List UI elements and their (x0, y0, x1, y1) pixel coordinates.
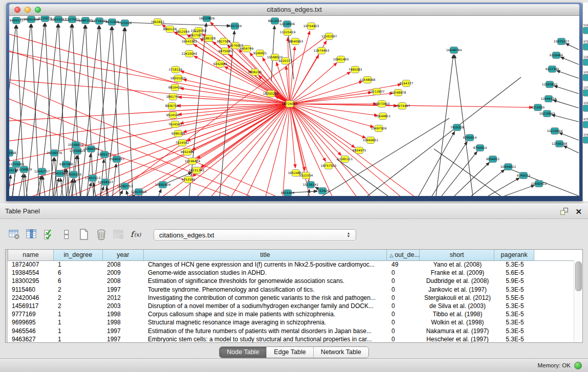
graph-node[interactable]: 8186328 (202, 35, 216, 42)
graph-node[interactable]: 8759914 (473, 145, 487, 151)
tab-edge-table[interactable]: Edge Table (267, 347, 313, 358)
graph-node[interactable]: 8860128 (163, 26, 177, 33)
table-row[interactable]: 977716911998Corpus callosum shape and si… (8, 310, 574, 318)
delete-table-button[interactable] (111, 227, 127, 243)
graph-node[interactable]: 22420046 (182, 51, 198, 57)
graph-node[interactable]: 6795914 (463, 135, 477, 141)
graph-node[interactable]: 8215955 (531, 104, 545, 111)
graph-node[interactable]: 10692412 (531, 181, 547, 187)
table-row[interactable]: 1456911722003Disruption of a novel membe… (8, 302, 574, 310)
graph-node[interactable]: 15091057 (109, 156, 125, 163)
table-row[interactable]: 1830029562008Estimation of significance … (8, 277, 574, 285)
deselect-all-button[interactable] (58, 227, 75, 243)
graph-node[interactable]: 7515526 (118, 20, 132, 27)
graph-node[interactable]: 10958107 (98, 179, 114, 186)
graph-node[interactable]: 18640993 (288, 38, 303, 45)
graph-node[interactable]: 1527602 (66, 16, 79, 23)
table-selector-dropdown[interactable]: citations_edges.txt ▲▼ (154, 229, 356, 241)
column-header-name[interactable]: name (8, 250, 54, 260)
graph-node[interactable]: 12923448 (131, 189, 147, 195)
graph-node[interactable]: 16033809 (199, 16, 215, 22)
graph-node[interactable]: 8554975 (353, 147, 366, 154)
graph-node[interactable]: 8454749 (240, 46, 254, 52)
table-mode-button[interactable] (6, 227, 23, 243)
graph-node[interactable]: 2861741 (166, 94, 180, 100)
graph-node[interactable]: 18301025 (170, 75, 186, 82)
graph-node[interactable]: 8936758 (165, 103, 179, 110)
graph-node[interactable]: 9227349 (546, 66, 559, 73)
float-panel-icon[interactable] (560, 208, 568, 215)
graph-node[interactable]: 2522554 (299, 172, 313, 179)
graph-node[interactable]: 9110674 (38, 16, 52, 22)
graph-node[interactable]: 18757510 (321, 163, 337, 169)
graph-node[interactable]: 2718126 (169, 67, 183, 73)
column-header-year[interactable]: year (103, 250, 144, 260)
graph-node[interactable]: 4671958 (105, 19, 119, 26)
graph-node[interactable]: 10196424 (185, 158, 201, 165)
graph-node[interactable]: 20691406 (24, 16, 39, 23)
graph-node[interactable]: 7524542 (176, 140, 189, 146)
scrollbar-thumb[interactable] (575, 261, 582, 291)
table-row[interactable]: 1872400712008Changes of HCN gene express… (8, 260, 574, 269)
show-columns-button[interactable] (24, 227, 40, 243)
graph-node[interactable]: 10973493 (374, 101, 390, 107)
graph-node[interactable]: 10961493 (333, 56, 349, 63)
graph-node[interactable]: 9146821 (253, 50, 267, 57)
graph-node[interactable]: 12942757 (34, 168, 50, 175)
graph-node[interactable]: 12093832 (542, 81, 558, 88)
tab-network-table[interactable]: Network Table (314, 347, 368, 358)
graph-node[interactable]: 12218506 (279, 21, 295, 28)
graph-node[interactable]: 15136141 (303, 182, 319, 188)
graph-node[interactable]: 12213937 (369, 89, 385, 95)
graph-node[interactable]: 9245012 (517, 172, 531, 179)
table-row[interactable]: 2242004622012Investigating the contribut… (8, 294, 574, 302)
graph-node[interactable]: 25166050 (68, 142, 84, 148)
graph-node[interactable]: 9753586 (182, 177, 195, 183)
graph-node[interactable]: 10653287 (51, 16, 67, 23)
network-window-titlebar[interactable]: citations_edges.txt (9, 4, 579, 16)
graph-node[interactable]: 11325419 (280, 29, 296, 36)
graph-node[interactable]: 9397588 (59, 161, 73, 168)
graph-node[interactable]: 9919138 (9, 167, 18, 174)
graph-node[interactable]: 10692404 (155, 182, 171, 188)
delete-column-button[interactable] (93, 227, 110, 243)
graph-node[interactable]: 7624543 (168, 121, 182, 128)
column-header-pagerank[interactable]: pagerank (494, 250, 534, 260)
graph-node[interactable]: 7463822 (151, 19, 165, 26)
new-column-button[interactable] (76, 227, 92, 243)
function-builder-button[interactable]: f(x) (128, 227, 144, 243)
graph-node[interactable]: 7919328 (450, 124, 464, 131)
graph-node[interactable]: 16648784 (446, 47, 462, 54)
network-graph[interactable]: 1872400788601288912954232260589827503818… (9, 16, 579, 196)
column-header-short[interactable]: short (420, 250, 494, 260)
graph-node[interactable]: 12974493 (314, 48, 330, 54)
graph-node[interactable]: 8164377 (400, 80, 413, 87)
graph-node[interactable]: 9054022 (486, 156, 500, 163)
graph-node[interactable]: 9524542 (166, 112, 180, 119)
column-header-in_degree[interactable]: in_degree (54, 250, 103, 260)
tab-node-table[interactable]: Node Table (220, 347, 267, 358)
graph-node[interactable]: 11644811 (375, 113, 391, 120)
graph-node[interactable]: 10974497 (395, 103, 410, 110)
graph-node[interactable]: 9329966 (550, 52, 563, 59)
table-row[interactable]: 969969511998Structural magnetic resonanc… (8, 318, 574, 326)
graph-node[interactable]: 9242843 (213, 61, 227, 68)
graph-node[interactable]: 9913958 (9, 150, 16, 157)
graph-node[interactable]: 15497509 (371, 125, 387, 132)
select-all-button[interactable] (41, 227, 57, 243)
graph-node[interactable]: 16210643 (539, 111, 555, 117)
memory-status-indicator[interactable] (574, 362, 582, 369)
graph-node[interactable]: 10754903 (303, 23, 319, 30)
graph-node[interactable]: 11048978 (390, 90, 406, 96)
close-panel-icon[interactable]: ✕ (575, 208, 582, 215)
network-canvas[interactable]: 1872400788601288912954232260589827503818… (9, 16, 579, 196)
background-network-window[interactable]: 5191018972714114351810328141270518102105… (582, 3, 588, 201)
graph-node[interactable]: 7357224 (228, 23, 242, 30)
table-row[interactable]: 946554611997Estimation of the future num… (8, 327, 574, 335)
table-row[interactable]: 946362711997Embryonic stem cells: a mode… (8, 335, 574, 342)
column-header-filler[interactable] (534, 250, 574, 260)
graph-node[interactable]: 9286184 (171, 130, 185, 137)
table-row[interactable]: 1938455462009Genome-wide association stu… (8, 269, 574, 277)
graph-node[interactable]: 6466160 (79, 17, 93, 24)
graph-node[interactable]: 11548098 (360, 77, 376, 83)
